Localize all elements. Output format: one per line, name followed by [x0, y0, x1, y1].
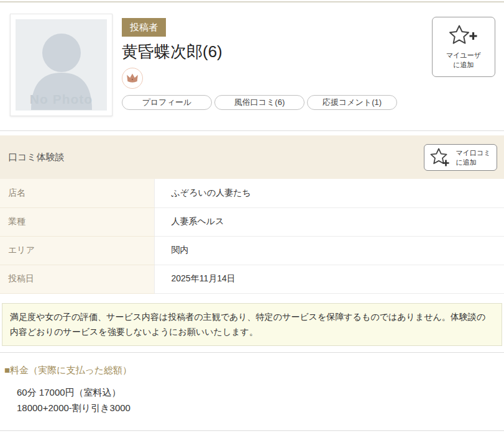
row-label: エリア	[0, 236, 154, 265]
price-heading: ■料金（実際に支払った総額）	[4, 365, 504, 376]
row-value: 人妻系ヘルス	[154, 207, 504, 236]
star-plus-icon	[449, 24, 479, 48]
row-value: 2025年11月14日	[154, 265, 504, 293]
row-label: 店名	[0, 179, 154, 207]
no-photo-placeholder: No Photo	[16, 19, 107, 111]
price-details: 60分 17000円（室料込） 18000+2000-割り引き3000	[4, 384, 504, 416]
table-row-business-type: 業種 人妻系ヘルス	[0, 207, 504, 236]
crown-icon	[126, 73, 139, 84]
row-label: 業種	[0, 207, 154, 236]
poster-profile-section: No Photo 投稿者 黄昏蝶次郎(6) プロフィール 風俗口コミ(6) 応援…	[0, 2, 504, 130]
review-section-title: 口コミ体験談	[8, 152, 65, 163]
table-row-area: エリア 関内	[0, 236, 504, 265]
profile-tab-row: プロフィール 風俗口コミ(6) 応援コメント(1)	[122, 95, 504, 110]
fuzoku-kuchikomi-button[interactable]: 風俗口コミ(6)	[214, 95, 305, 110]
review-section-header: 口コミ体験談 マイ口コミ に追加	[0, 135, 504, 179]
page: No Photo 投稿者 黄昏蝶次郎(6) プロフィール 風俗口コミ(6) 応援…	[0, 0, 504, 436]
no-photo-label: No Photo	[16, 92, 107, 107]
table-row-post-date: 投稿日 2025年11月14日	[0, 265, 504, 293]
support-comment-button[interactable]: 応援コメント(1)	[307, 95, 397, 110]
poster-badge: 投稿者	[122, 18, 166, 37]
row-label: 投稿日	[0, 265, 154, 293]
row-value: ふぞろいの人妻たち	[154, 179, 504, 207]
disclaimer-notice: 満足度や女の子の評価、サービス内容は投稿者の主観であり、特定のサービスを保障する…	[2, 303, 502, 346]
profile-photo: No Photo	[10, 14, 112, 116]
star-plus-icon	[430, 148, 451, 167]
add-my-user-label: マイユーザ に追加	[446, 51, 481, 70]
add-my-kuchikomi-button[interactable]: マイ口コミ に追加	[424, 144, 497, 171]
price-line: 60分 17000円（室料込）	[17, 384, 504, 401]
add-my-kuchikomi-label: マイ口コミ に追加	[456, 148, 490, 167]
profile-button[interactable]: プロフィール	[122, 95, 212, 110]
table-row-shop-name: 店名 ふぞろいの人妻たち	[0, 179, 504, 207]
review-info-table: 店名 ふぞろいの人妻たち 業種 人妻系ヘルス エリア 関内 投稿日 2025年1…	[0, 179, 504, 294]
price-line: 18000+2000-割り引き3000	[17, 400, 504, 416]
price-section: ■料金（実際に支払った総額） 60分 17000円（室料込） 18000+200…	[0, 353, 504, 416]
crown-rank-icon	[122, 68, 143, 89]
add-my-user-button[interactable]: マイユーザ に追加	[432, 17, 495, 77]
row-value: 関内	[154, 236, 504, 265]
bottom-divider	[0, 430, 504, 431]
